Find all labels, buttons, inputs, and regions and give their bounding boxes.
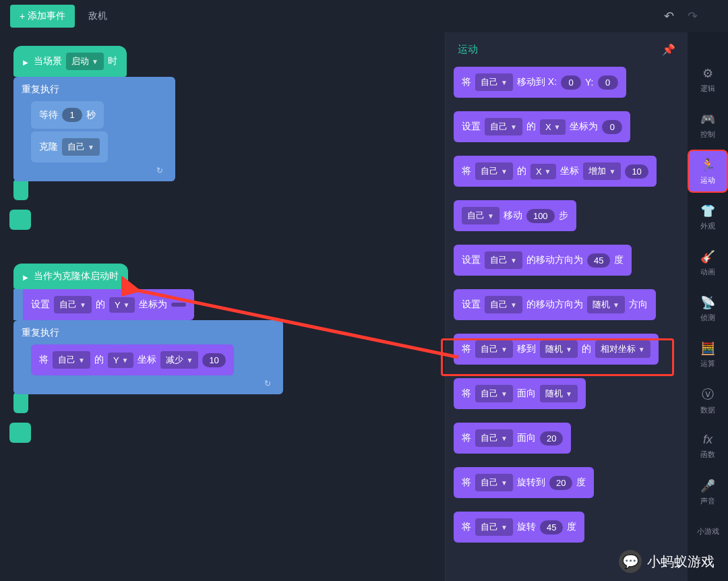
lbl: 的 (582, 343, 591, 355)
slot[interactable]: 自己▼ (462, 207, 499, 224)
palette-rotate-to[interactable]: 将 自己▼ 旋转到 20 度 (454, 467, 594, 498)
func-icon: fx (703, 433, 712, 447)
sidebar-sound[interactable]: 🎤声音 (688, 472, 728, 512)
lbl: Y: (585, 77, 593, 88)
palette-face-random[interactable]: 将 自己▼ 面向 随机▼ (454, 378, 586, 409)
chevron-down-icon: ▼ (501, 79, 508, 86)
val[interactable]: 45 (587, 253, 610, 268)
lbl: 移到 (517, 343, 536, 355)
hat-text: 当作为克隆体启动时 (34, 270, 119, 282)
val[interactable]: 0 (602, 120, 622, 134)
script-canvas[interactable]: 当场景 启动▼ 时 重复执行 等待 1 秒 克隆 自己▼ ↻ (0, 32, 445, 581)
lbl: 坐标为 (139, 299, 167, 311)
lbl: 设置 (462, 299, 481, 311)
slot[interactable]: 增加▼ (583, 162, 621, 180)
val[interactable]: 100 (526, 209, 555, 223)
chevron-down-icon: ▼ (501, 524, 508, 531)
slot-label: 自己 (481, 388, 498, 400)
target-slot[interactable]: 自己▼ (54, 296, 92, 313)
repeat-label: 重复执行 (22, 327, 275, 339)
slot[interactable]: 自己▼ (475, 162, 513, 180)
clone-block[interactable]: 克隆 自己▼ (31, 131, 108, 162)
val[interactable]: 20 (549, 476, 572, 490)
slot[interactable]: 随机▼ (540, 340, 578, 358)
palette-set-coord[interactable]: 设置 自己▼ 的 X▼ 坐标为 0 (454, 111, 630, 142)
repeat-block[interactable]: 重复执行 等待 1 秒 克隆 自己▼ ↻ (13, 77, 175, 181)
script-stack-2[interactable]: 当作为克隆体启动时 设置 自己▼ 的 Y▼ 坐标为 重复执行 将 (13, 264, 431, 443)
lbl: 步 (559, 210, 568, 222)
axis-slot[interactable]: Y▼ (108, 353, 134, 368)
script-stack-1[interactable]: 当场景 启动▼ 时 重复执行 等待 1 秒 克隆 自己▼ ↻ (13, 46, 431, 230)
palette-set-direction-random[interactable]: 设置 自己▼ 的移动方向为 随机▼ 方向 (454, 289, 656, 320)
sidebar-control[interactable]: 🎮控制 (688, 105, 728, 146)
val[interactable]: 20 (540, 431, 563, 446)
slot[interactable]: 相对坐标▼ (595, 340, 650, 358)
set-y-block[interactable]: 设置 自己▼ 的 Y▼ 坐标为 (23, 289, 194, 320)
palette-change-coord[interactable]: 将 自己▼ 的 X▼ 坐标 增加▼ 10 (454, 156, 657, 187)
palette-face-angle[interactable]: 将 自己▼ 面向 20 (454, 423, 571, 454)
slot[interactable]: X▼ (540, 119, 566, 135)
slot[interactable]: 自己▼ (485, 296, 522, 313)
hat-slot[interactable]: 启动▼ (66, 53, 104, 70)
wait-block[interactable]: 等待 1 秒 (31, 101, 104, 129)
redo-icon[interactable]: ↷ (688, 9, 698, 24)
stack-cap (9, 423, 31, 443)
palette-rotate-by[interactable]: 将 自己▼ 旋转 45 度 (454, 512, 584, 543)
op-slot[interactable]: 减少▼ (160, 351, 198, 369)
slot[interactable]: 自己▼ (485, 251, 522, 269)
slot[interactable]: 自己▼ (475, 340, 513, 358)
repeat-block-2[interactable]: 重复执行 将 自己▼ 的 Y▼ 坐标 减少▼ 10 ↻ (13, 320, 283, 394)
sidebar-func[interactable]: fx函数 (688, 426, 728, 466)
slot[interactable]: 自己▼ (475, 518, 513, 536)
lbl: 旋转 (517, 521, 536, 533)
add-event-button[interactable]: + 添加事件 (10, 5, 75, 28)
change-y-block[interactable]: 将 自己▼ 的 Y▼ 坐标 减少▼ 10 (31, 344, 234, 375)
clone-target[interactable]: 自己▼ (62, 138, 100, 156)
wait-value[interactable]: 1 (62, 108, 82, 122)
sidebar-op[interactable]: 🧮运算 (688, 334, 728, 375)
palette-moveto-relative[interactable]: 将 自己▼ 移到 随机▼ 的 相对坐标▼ (454, 334, 659, 365)
palette-move-steps[interactable]: 自己▼ 移动 100 步 (454, 200, 576, 231)
lbl: 面向 (517, 388, 536, 400)
undo-icon[interactable]: ↶ (664, 9, 674, 24)
chevron-down-icon: ▼ (510, 301, 517, 309)
slot[interactable]: 自己▼ (475, 474, 513, 491)
slot-label: 自己 (481, 76, 498, 88)
val[interactable]: 10 (625, 164, 648, 179)
sidebar-motion[interactable]: 🏃运动 (689, 151, 727, 191)
slot[interactable]: 随机▼ (540, 385, 578, 402)
sidebar-sense[interactable]: 📡侦测 (688, 288, 728, 329)
target-slot[interactable]: 自己▼ (53, 351, 90, 369)
play-icon (23, 271, 30, 282)
slot[interactable]: 随机▼ (587, 296, 625, 313)
value-input[interactable] (171, 303, 186, 307)
chevron-down-icon: ▼ (487, 212, 494, 220)
sidebar-look[interactable]: 👕外观 (688, 197, 728, 237)
tab-enemy[interactable]: 敌机 (88, 10, 107, 22)
clone-label: 克隆 (39, 141, 58, 153)
hat-clone-start[interactable]: 当作为克隆体启动时 (13, 264, 128, 289)
slot[interactable]: 自己▼ (475, 73, 513, 91)
pin-icon[interactable]: 📌 (662, 43, 675, 56)
block-palette[interactable]: 运动 📌 将 自己▼ 移动到 X: 0 Y: 0 设置 自己▼ 的 X▼ 坐标为… (445, 32, 688, 581)
hat-scene-start[interactable]: 当场景 启动▼ 时 (13, 46, 127, 77)
value-input[interactable]: 10 (202, 353, 225, 367)
sidebar-logic[interactable]: ⚙逻辑 (688, 59, 728, 100)
palette-set-direction[interactable]: 设置 自己▼ 的移动方向为 45 度 (454, 245, 632, 276)
slot[interactable]: X▼ (530, 164, 557, 179)
chevron-down-icon: ▼ (92, 58, 98, 65)
val[interactable]: 45 (540, 520, 563, 534)
slot[interactable]: 自己▼ (475, 429, 513, 447)
lbl: 函数 (700, 450, 715, 460)
slot[interactable]: 自己▼ (475, 385, 513, 402)
lbl: 将 (462, 521, 471, 533)
axis-slot[interactable]: Y▼ (109, 297, 135, 313)
val[interactable]: 0 (561, 75, 581, 90)
val[interactable]: 0 (598, 75, 618, 90)
wait-unit: 秒 (86, 109, 96, 121)
palette-moveto-xy[interactable]: 将 自己▼ 移动到 X: 0 Y: 0 (454, 67, 626, 98)
slot[interactable]: 自己▼ (485, 118, 522, 135)
sidebar-mini[interactable]: 小游戏 (688, 518, 728, 545)
sidebar-data[interactable]: ⓥ数据 (688, 380, 728, 421)
sidebar-anim[interactable]: 🎸动画 (688, 243, 728, 283)
